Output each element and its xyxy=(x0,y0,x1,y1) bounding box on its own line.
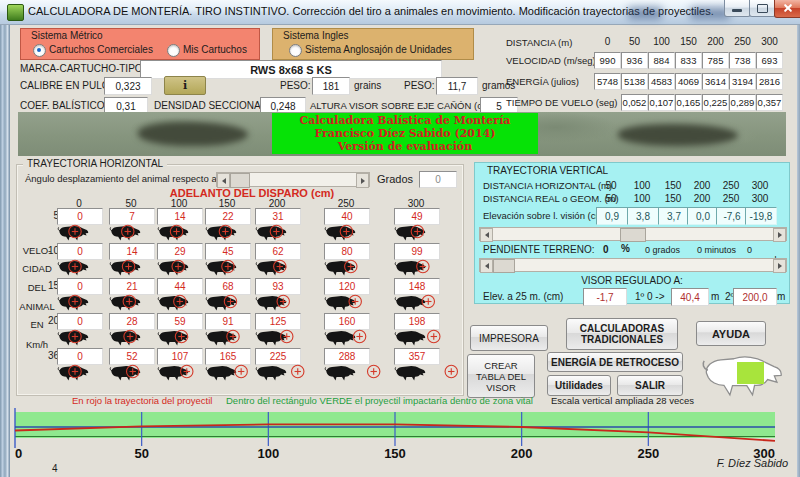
info-button[interactable]: i xyxy=(164,76,206,95)
x-axis-tick-label: 200 xyxy=(511,446,533,461)
boar-lead-icon xyxy=(390,223,470,242)
ballistics-energy-row-value: 2816 xyxy=(756,73,783,90)
elevation-value: 3,8 xyxy=(627,207,659,225)
energia-retroceso-button[interactable]: ENERGÍA DE RETROCESO xyxy=(547,352,683,372)
ballistics-energy-row-value: 5138 xyxy=(621,73,648,90)
ballistics-energy-row-value: 5748 xyxy=(594,73,621,90)
zero1-field[interactable]: 40,4 xyxy=(671,288,709,306)
ballistics-time-row-value: 0,107 xyxy=(648,94,675,111)
ballistics-velocity-row-value: 738 xyxy=(729,52,756,69)
maximize-icon xyxy=(757,4,768,13)
slope-minutes: 0 minutos xyxy=(697,245,736,255)
boar-lead-icon xyxy=(251,328,331,347)
weight-grams-label: PESO: xyxy=(404,80,435,91)
dist-real-value: 250 xyxy=(716,193,746,204)
close-button[interactable] xyxy=(774,0,800,18)
salir-button[interactable]: SALIR xyxy=(617,375,683,396)
angle-scrollbar-thumb[interactable] xyxy=(230,173,250,188)
angle-label: Ángulo desplazamiento del animal respect… xyxy=(25,173,237,184)
horizontal-trajectory-group: TRAYECTORIA HORIZONTAL Ángulo desplazami… xyxy=(16,164,464,396)
vital-zone-boar-image xyxy=(700,352,786,398)
slope-scrollbar-thumb[interactable] xyxy=(493,259,515,273)
radio-cartuchos-comerciales[interactable] xyxy=(33,44,46,57)
ayuda-button[interactable]: AYUDA xyxy=(696,321,766,346)
radio-mis-cartuchos[interactable] xyxy=(167,44,180,57)
elevation-value: 0,9 xyxy=(596,207,628,225)
ballistics-energy-row-value: 4583 xyxy=(648,73,675,90)
calculadoras-button[interactable]: CALCULADORAS TRADICIONALES xyxy=(566,318,678,350)
scroll-right-arrow[interactable] xyxy=(773,259,786,273)
crear-label-1: CREAR xyxy=(484,360,517,371)
angle-scrollbar[interactable] xyxy=(216,172,370,187)
weight-grams-field[interactable]: 11,7 xyxy=(436,77,478,95)
boar-lead-icon xyxy=(320,258,400,277)
ballistics-velocity-row-value: 936 xyxy=(621,52,648,69)
ballistics-velocity-row-value: 884 xyxy=(648,52,675,69)
boar-lead-icon xyxy=(320,293,400,312)
vertical-trajectory-panel: TRAYECTORIA VERTICAL DISTANCIA HORIZONTA… xyxy=(474,162,790,304)
author-signature: F. Díez Sabido xyxy=(640,457,788,469)
dist-horizontal-value: 200 xyxy=(687,180,717,191)
x-axis-tick-label: 0 xyxy=(15,446,22,461)
ballistics-time-row-value: 0,289 xyxy=(729,94,756,111)
ballistics-velocity-row-value: 833 xyxy=(675,52,702,69)
scroll-left-arrow[interactable] xyxy=(217,173,230,188)
ballistics-label-energy-row: ENERGÍA (julios) xyxy=(506,76,594,87)
scroll-left-arrow[interactable] xyxy=(480,228,493,242)
zero2-field[interactable]: 200,0 xyxy=(733,288,777,306)
app-banner: Calculadora Balística de Montería Franci… xyxy=(272,113,538,154)
slope-value: 0 xyxy=(603,244,609,255)
x-axis-tick-label: 150 xyxy=(384,446,406,461)
x-axis-tick-label: 100 xyxy=(257,446,279,461)
elevation-value: -19,8 xyxy=(745,207,777,225)
caliber-field[interactable]: 0,323 xyxy=(104,77,152,95)
boar-lead-icon xyxy=(251,363,331,382)
elev25-field[interactable]: -1,7 xyxy=(583,288,627,306)
boar-lead-icon xyxy=(251,258,331,277)
dist-horizontal-label: DISTANCIA HORIZONTAL (m) xyxy=(483,180,612,191)
crear-tabla-visor-button[interactable]: CREAR TABLA DEL VISOR xyxy=(467,354,535,398)
boar-lead-icon xyxy=(390,293,470,312)
grados-field[interactable]: 0 xyxy=(419,171,457,188)
salir-label: SALIR xyxy=(635,380,665,391)
scroll-right-arrow[interactable] xyxy=(773,228,786,242)
slope-scrollbar[interactable] xyxy=(479,258,787,272)
elevation-label: Elevación sobre l. visión (cm) xyxy=(483,210,607,221)
boar-lead-icon xyxy=(390,258,470,277)
vertical-scrollbar[interactable] xyxy=(479,227,787,241)
english-system-group: Sistema Ingles Sistema Anglosajón de Uni… xyxy=(272,28,474,60)
ballistics-distance-header-cell: 50 xyxy=(621,36,648,47)
impresora-button[interactable]: IMPRESORA xyxy=(470,325,548,351)
scroll-left-arrow[interactable] xyxy=(480,259,493,273)
dist-horizontal-value: 250 xyxy=(716,180,746,191)
scroll-right-arrow[interactable] xyxy=(356,173,369,188)
crear-label-2: TABLA DEL xyxy=(476,371,526,382)
minimize-button[interactable] xyxy=(724,0,751,17)
weight-grains-field[interactable]: 181 xyxy=(312,77,350,95)
x-axis-tick-label: 50 xyxy=(134,446,148,461)
radio-sistema-anglosajon[interactable] xyxy=(289,44,302,57)
elev25-label: Elev. a 25 m. (cm) xyxy=(483,291,563,302)
utilidades-label: Utilidades xyxy=(555,380,603,391)
ballistics-velocity-row-value: 990 xyxy=(594,52,621,69)
ballistics-time-row-value: 0,052 xyxy=(621,94,648,111)
speed-axis-label: Km/h xyxy=(19,339,55,350)
slope-degrees: 0 grados xyxy=(645,245,680,255)
horizontal-trajectory-title: TRAYECTORIA HORIZONTAL xyxy=(23,158,167,169)
boar-lead-icon xyxy=(251,293,331,312)
ballistics-distance-header-cell: 300 xyxy=(756,36,783,47)
vertical-scrollbar-thumb[interactable] xyxy=(620,228,646,242)
utilidades-button[interactable]: Utilidades xyxy=(547,375,611,396)
dist-horizontal-value: 50 xyxy=(596,180,626,191)
slope-label: PENDIENTE TERRENO: xyxy=(483,244,595,255)
dist-horizontal-value: 150 xyxy=(658,180,688,191)
maximize-button[interactable] xyxy=(749,0,776,17)
elevation-value: 0,0 xyxy=(687,207,719,225)
app-icon xyxy=(7,4,24,21)
boar-lead-icon xyxy=(251,223,331,242)
boar-lead-icon xyxy=(390,328,470,347)
speed-axis-label: ANIMAL xyxy=(19,301,55,312)
energia-label: ENERGÍA DE RETROCESO xyxy=(551,357,679,368)
boar-lead-icon xyxy=(320,328,400,347)
ballistics-table: DISTANCIA (m)050100150200250300VELOCIDAD… xyxy=(506,34,786,120)
